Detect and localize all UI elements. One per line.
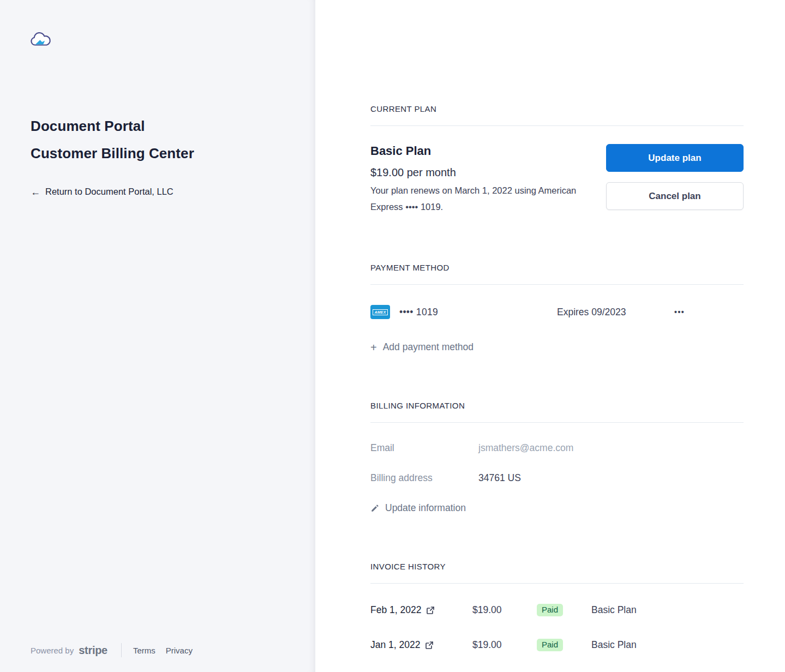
footer-divider — [121, 643, 122, 657]
email-value: jsmathers@acme.com — [478, 442, 573, 454]
invoice-plan: Basic Plan — [591, 639, 637, 651]
powered-by-label: Powered by — [31, 646, 74, 655]
return-to-merchant-link[interactable]: ← Return to Document Portal, LLC — [31, 187, 173, 197]
section-divider — [370, 125, 744, 126]
add-payment-method-button[interactable]: + Add payment method — [370, 341, 474, 353]
email-row: Email jsmathers@acme.com — [370, 442, 744, 454]
left-arrow-icon: ← — [31, 187, 40, 197]
sidebar-footer: Powered by stripe Terms Privacy — [31, 643, 193, 657]
invoice-link[interactable]: Jan 1, 2022 — [370, 639, 472, 651]
section-divider — [370, 422, 744, 423]
card-expiry: Expires 09/2023 — [557, 307, 671, 318]
billing-portal-page: Document Portal Customer Billing Center … — [0, 0, 785, 672]
plan-price: $19.00 per month — [370, 166, 584, 179]
current-plan-section: CURRENT PLAN Basic Plan $19.00 per month… — [370, 104, 744, 215]
billing-information-section: BILLING INFORMATION Email jsmathers@acme… — [370, 401, 744, 514]
billing-address-label: Billing address — [370, 472, 478, 484]
payment-method-heading: PAYMENT METHOD — [370, 263, 744, 272]
page-title: Document Portal Customer Billing Center — [31, 112, 194, 167]
page-title-line2: Customer Billing Center — [31, 140, 194, 167]
section-divider — [370, 583, 744, 584]
invoice-row: Jan 1, 2022 $19.00 Paid — [370, 639, 744, 651]
amex-card-label: AMEX — [373, 309, 387, 315]
cloud-logo-icon — [29, 31, 52, 49]
invoice-row: Feb 1, 2022 $19.00 Paid — [370, 604, 744, 616]
payment-method-section: PAYMENT METHOD AMEX •••• 1019 Expires 09… — [370, 263, 744, 353]
payment-method-row: AMEX •••• 1019 Expires 09/2023 ••• — [370, 305, 744, 319]
plan-details: Basic Plan $19.00 per month Your plan re… — [370, 144, 584, 215]
amex-card-icon: AMEX — [370, 305, 390, 319]
privacy-link[interactable]: Privacy — [166, 646, 193, 655]
paid-status-badge: Paid — [537, 604, 563, 616]
invoice-history-heading: INVOICE HISTORY — [370, 562, 744, 571]
billing-address-row: Billing address 34761 US — [370, 472, 744, 484]
invoice-link[interactable]: Feb 1, 2022 — [370, 604, 472, 616]
stripe-logo[interactable]: stripe — [79, 644, 107, 657]
update-information-label: Update information — [385, 502, 466, 514]
page-title-line1: Document Portal — [31, 112, 194, 140]
card-last4: •••• 1019 — [399, 307, 438, 318]
plus-icon: + — [370, 342, 377, 353]
invoice-amount: $19.00 — [472, 604, 537, 616]
invoice-date: Feb 1, 2022 — [370, 604, 421, 616]
update-information-button[interactable]: Update information — [370, 502, 466, 514]
ellipsis-icon: ••• — [674, 308, 685, 316]
update-plan-button[interactable]: Update plan — [606, 144, 744, 172]
card-info: AMEX •••• 1019 — [370, 305, 557, 319]
billing-information-heading: BILLING INFORMATION — [370, 401, 744, 410]
sidebar: Document Portal Customer Billing Center … — [0, 0, 315, 672]
return-link-label: Return to Document Portal, LLC — [45, 187, 173, 197]
invoice-plan: Basic Plan — [591, 604, 637, 616]
invoice-amount: $19.00 — [472, 639, 537, 651]
add-payment-method-label: Add payment method — [383, 341, 474, 353]
paid-status-badge: Paid — [537, 639, 563, 651]
plan-name: Basic Plan — [370, 144, 584, 158]
section-divider — [370, 284, 744, 285]
main-content: CURRENT PLAN Basic Plan $19.00 per month… — [315, 0, 785, 672]
invoice-history-section: INVOICE HISTORY Feb 1, 2022 — [370, 562, 744, 651]
plan-actions: Update plan Cancel plan — [606, 144, 744, 215]
pencil-icon — [370, 504, 379, 513]
cancel-plan-button[interactable]: Cancel plan — [606, 182, 744, 210]
plan-renewal-text: Your plan renews on March 1, 2022 using … — [370, 182, 584, 215]
external-link-icon — [425, 641, 434, 650]
email-label: Email — [370, 442, 478, 454]
invoice-date: Jan 1, 2022 — [370, 639, 420, 651]
terms-link[interactable]: Terms — [133, 646, 155, 655]
card-overflow-menu-button[interactable]: ••• — [671, 306, 688, 318]
current-plan-heading: CURRENT PLAN — [370, 104, 744, 113]
external-link-icon — [426, 606, 435, 615]
billing-address-value: 34761 US — [478, 472, 521, 484]
